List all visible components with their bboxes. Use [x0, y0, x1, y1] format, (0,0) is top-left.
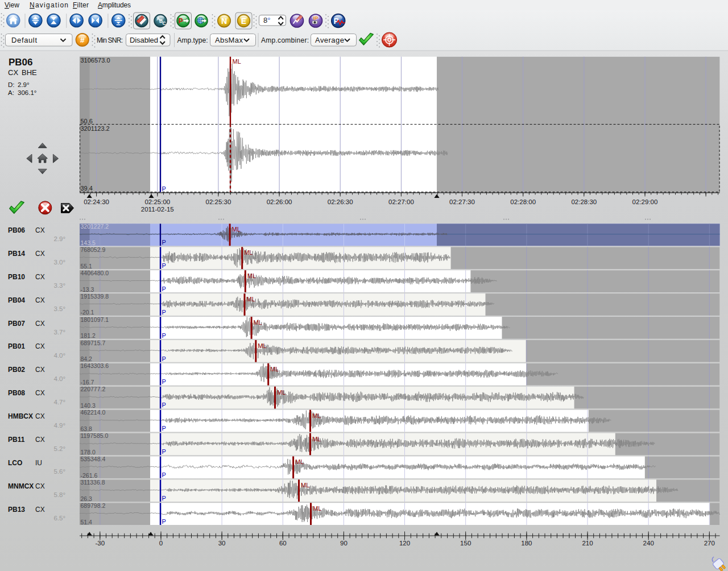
svg-text:02:25:30: 02:25:30 — [206, 198, 231, 205]
svg-text:5.8°: 5.8° — [53, 491, 65, 498]
svg-text:3.5°: 3.5° — [53, 305, 65, 312]
svg-text:4.9°: 4.9° — [53, 422, 65, 429]
svg-text:120: 120 — [399, 540, 410, 547]
svg-text:AbsMax: AbsMax — [215, 36, 243, 44]
svg-text:BHE: BHE — [22, 68, 37, 77]
svg-text:3106573.0: 3106573.0 — [81, 57, 110, 64]
svg-text:ML: ML — [270, 366, 279, 373]
svg-text:3201227.2: 3201227.2 — [81, 223, 109, 230]
svg-text:Amplitudes: Amplitudes — [98, 1, 131, 9]
svg-text:02:27:30: 02:27:30 — [449, 198, 475, 205]
svg-text:ML: ML — [247, 296, 255, 303]
svg-text:4406480.0: 4406480.0 — [81, 270, 109, 276]
svg-text:02:26:00: 02:26:00 — [267, 198, 292, 205]
svg-text:02:26:30: 02:26:30 — [328, 198, 353, 205]
svg-text:MNMCX: MNMCX — [8, 482, 34, 490]
svg-text:3201123.2: 3201123.2 — [81, 125, 110, 132]
svg-text:462214.0: 462214.0 — [81, 409, 106, 416]
svg-text:CX: CX — [35, 250, 45, 258]
svg-text:84.2: 84.2 — [81, 355, 93, 362]
svg-text:PB04: PB04 — [8, 296, 25, 304]
svg-text:ML: ML — [247, 272, 256, 279]
svg-text:Amp.type:: Amp.type: — [177, 36, 208, 44]
svg-text:1197585.0: 1197585.0 — [81, 432, 109, 439]
svg-text:181.2: 181.2 — [81, 332, 96, 339]
svg-text:View: View — [5, 1, 19, 9]
svg-text:02:25:00: 02:25:00 — [144, 198, 170, 205]
svg-text:270: 270 — [704, 540, 715, 547]
svg-text:6.5°: 6.5° — [53, 515, 65, 522]
svg-text:P: P — [162, 185, 166, 192]
svg-text:60: 60 — [279, 540, 287, 547]
svg-text:PB06: PB06 — [8, 226, 25, 234]
svg-text:C: C — [163, 20, 166, 26]
svg-text:0: 0 — [159, 540, 163, 547]
svg-text:5.6°: 5.6° — [53, 468, 65, 475]
svg-text:PB01: PB01 — [8, 342, 25, 350]
svg-text:220777.2: 220777.2 — [81, 386, 106, 392]
svg-text:63.8: 63.8 — [81, 425, 93, 432]
svg-text:ML: ML — [232, 226, 241, 233]
svg-text:5.2°: 5.2° — [53, 445, 65, 452]
svg-text:55.1: 55.1 — [81, 263, 93, 270]
svg-text:P: P — [162, 239, 166, 246]
svg-text:P: P — [162, 402, 166, 408]
svg-text:Amp.combiner:: Amp.combiner: — [261, 36, 309, 44]
svg-text:02:27:00: 02:27:00 — [388, 198, 414, 205]
svg-text:CX: CX — [8, 68, 18, 77]
svg-text:210: 210 — [582, 540, 593, 547]
svg-text:CX: CX — [35, 296, 45, 304]
svg-text:8°: 8° — [263, 16, 270, 24]
svg-text:P: P — [162, 471, 166, 478]
svg-text:CX: CX — [35, 273, 45, 281]
svg-text:PB07: PB07 — [8, 320, 25, 328]
svg-text:311336.8: 311336.8 — [81, 479, 105, 486]
svg-text:51.4: 51.4 — [81, 519, 93, 526]
svg-text:CX: CX — [35, 506, 45, 514]
svg-text:180: 180 — [521, 540, 532, 547]
svg-text:178.0: 178.0 — [81, 449, 96, 456]
svg-text:ML: ML — [312, 436, 321, 442]
svg-text:ML: ML — [295, 458, 304, 465]
svg-text:PB10: PB10 — [8, 273, 25, 281]
svg-text:CX: CX — [35, 366, 45, 374]
svg-text:CX: CX — [35, 226, 45, 234]
svg-text:ML: ML — [244, 249, 253, 256]
svg-text:P: P — [179, 17, 183, 25]
svg-text:A:: A: — [8, 89, 14, 96]
svg-text:-30: -30 — [95, 540, 105, 547]
svg-text:IU: IU — [35, 459, 42, 467]
svg-text:535348.4: 535348.4 — [81, 456, 106, 462]
svg-text:Navigation: Navigation — [30, 1, 68, 9]
svg-text:Average: Average — [315, 36, 344, 44]
svg-text:Disabled: Disabled — [130, 36, 158, 44]
svg-text:CX: CX — [35, 412, 45, 420]
svg-text:P: P — [162, 448, 166, 455]
svg-text:ML: ML — [301, 482, 309, 489]
svg-text:PB14: PB14 — [8, 250, 25, 258]
svg-text:39.4: 39.4 — [81, 185, 93, 192]
svg-text:-20.1: -20.1 — [81, 309, 94, 316]
svg-text:4.0°: 4.0° — [53, 375, 65, 382]
svg-text:ML: ML — [313, 505, 321, 512]
svg-text:1801097.1: 1801097.1 — [81, 316, 109, 323]
svg-text:30: 30 — [218, 540, 226, 547]
svg-text:4.0°: 4.0° — [53, 352, 65, 359]
svg-text:CX: CX — [35, 389, 45, 397]
svg-text:N: N — [221, 16, 227, 26]
svg-text:02:29:00: 02:29:00 — [632, 198, 658, 205]
svg-text:ML: ML — [312, 412, 321, 419]
svg-text:02:24:30: 02:24:30 — [84, 198, 109, 205]
svg-text:Default: Default — [11, 36, 37, 44]
svg-text:1643303.6: 1643303.6 — [81, 362, 109, 369]
svg-text:1915339.8: 1915339.8 — [81, 293, 109, 300]
svg-text:ML: ML — [233, 58, 241, 65]
svg-text:689798.2: 689798.2 — [81, 502, 106, 509]
svg-text:ML: ML — [258, 342, 266, 349]
svg-text:2.9°: 2.9° — [53, 235, 65, 242]
svg-text:P: P — [162, 309, 166, 316]
svg-text:P: P — [162, 355, 166, 362]
svg-text:ML: ML — [254, 319, 262, 326]
svg-text:-16.7: -16.7 — [81, 379, 94, 386]
svg-text:P: P — [162, 332, 166, 339]
